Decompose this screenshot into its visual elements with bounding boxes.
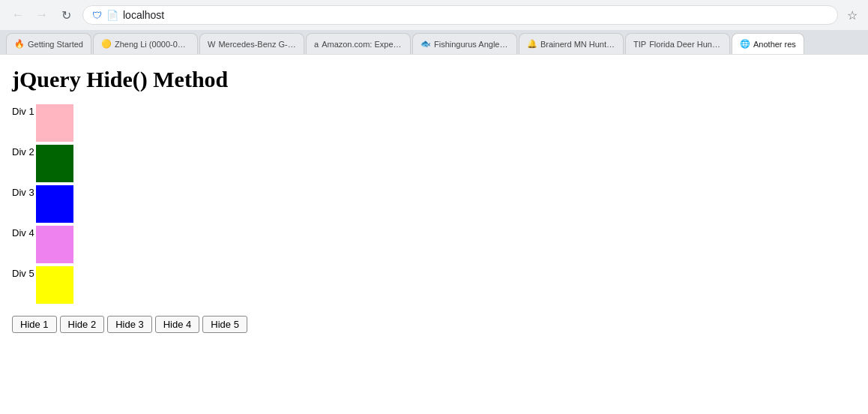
browser-tab-tab-another[interactable]: 🌐Another res bbox=[732, 33, 804, 54]
tabs-bar: 🔥Getting Started🟡Zheng Li (0000-0002-3..… bbox=[0, 30, 868, 54]
browser-tab-tab-zheng-li[interactable]: 🟡Zheng Li (0000-0002-3... bbox=[93, 33, 198, 54]
div-label-div4: Div 4 bbox=[12, 226, 36, 238]
tab-favicon: a bbox=[314, 40, 319, 49]
hide-button-5[interactable]: Hide 5 bbox=[202, 316, 247, 333]
hide-button-4[interactable]: Hide 4 bbox=[155, 316, 200, 333]
reload-button[interactable]: ↻ bbox=[55, 4, 76, 26]
tab-label: Brainerd MN Hunting ... bbox=[540, 40, 615, 49]
div-item-div4: Div 4 bbox=[12, 226, 856, 263]
tab-label: Getting Started bbox=[28, 40, 83, 49]
browser-tab-tab-amazon[interactable]: aAmazon.com: ExpertP... bbox=[306, 33, 411, 54]
div-item-div1: Div 1 bbox=[12, 104, 856, 142]
tab-favicon: 🟡 bbox=[101, 39, 112, 49]
tab-favicon: 🌐 bbox=[740, 39, 750, 49]
div-label-div1: Div 1 bbox=[12, 104, 36, 117]
browser-tab-tab-florida[interactable]: TIPFlorida Deer Hunting S... bbox=[625, 33, 730, 54]
browser-tab-tab-brainerd[interactable]: 🔔Brainerd MN Hunting ... bbox=[519, 33, 624, 54]
shield-icon: 🛡 bbox=[92, 10, 102, 21]
tab-favicon: W bbox=[208, 40, 215, 49]
hide-button-3[interactable]: Hide 3 bbox=[107, 316, 152, 333]
tab-label: Fishingurus Angler's I... bbox=[434, 40, 509, 49]
div-label-div3: Div 3 bbox=[12, 185, 36, 198]
div-label-div2: Div 2 bbox=[12, 145, 36, 158]
tab-label: Mercedes-Benz G-Clas... bbox=[218, 40, 296, 49]
page-content: jQuery Hide() Method Div 1 Div 2 Div 3 D… bbox=[0, 55, 868, 345]
browser-tab-tab-fishingurus[interactable]: 🐟Fishingurus Angler's I... bbox=[412, 33, 517, 54]
browser-chrome: ← → ↻ 🛡 📄 localhost ☆ 🔥Getting Started🟡Z… bbox=[0, 0, 868, 55]
color-box-div5 bbox=[36, 266, 73, 304]
div-item-div5: Div 5 bbox=[12, 266, 856, 304]
browser-toolbar: ← → ↻ 🛡 📄 localhost ☆ bbox=[0, 0, 868, 30]
divs-container: Div 1 Div 2 Div 3 Div 4 Div 5 bbox=[12, 104, 856, 307]
address-text: localhost bbox=[123, 9, 828, 21]
page-title: jQuery Hide() Method bbox=[12, 67, 856, 92]
tab-favicon: TIP bbox=[633, 40, 646, 49]
tab-label: Another res bbox=[753, 40, 796, 49]
div-item-div3: Div 3 bbox=[12, 185, 856, 223]
browser-tab-tab-mercedes[interactable]: WMercedes-Benz G-Clas... bbox=[199, 33, 304, 54]
tab-favicon: 🐟 bbox=[421, 39, 431, 49]
color-box-div2 bbox=[36, 145, 73, 182]
browser-tab-tab-getting-started[interactable]: 🔥Getting Started bbox=[6, 33, 91, 54]
hide-button-2[interactable]: Hide 2 bbox=[60, 316, 105, 333]
address-bar-container[interactable]: 🛡 📄 localhost bbox=[82, 5, 838, 25]
color-box-div4 bbox=[36, 226, 73, 263]
hide-button-1[interactable]: Hide 1 bbox=[12, 316, 57, 333]
page-icon: 📄 bbox=[106, 10, 118, 21]
back-button[interactable]: ← bbox=[7, 4, 28, 26]
div-item-div2: Div 2 bbox=[12, 145, 856, 182]
div-label-div5: Div 5 bbox=[12, 266, 36, 279]
nav-buttons: ← → ↻ bbox=[7, 4, 76, 26]
bookmark-button[interactable]: ☆ bbox=[844, 5, 861, 26]
tab-label: Amazon.com: ExpertP... bbox=[322, 40, 403, 49]
buttons-row: Hide 1Hide 2Hide 3Hide 4Hide 5 bbox=[12, 316, 856, 333]
tab-label: Florida Deer Hunting S... bbox=[649, 40, 722, 49]
forward-button[interactable]: → bbox=[31, 4, 52, 26]
tab-favicon: 🔔 bbox=[527, 39, 537, 49]
color-box-div1 bbox=[36, 104, 73, 142]
tab-label: Zheng Li (0000-0002-3... bbox=[115, 40, 190, 49]
color-box-div3 bbox=[36, 185, 73, 223]
tab-favicon: 🔥 bbox=[14, 39, 25, 49]
